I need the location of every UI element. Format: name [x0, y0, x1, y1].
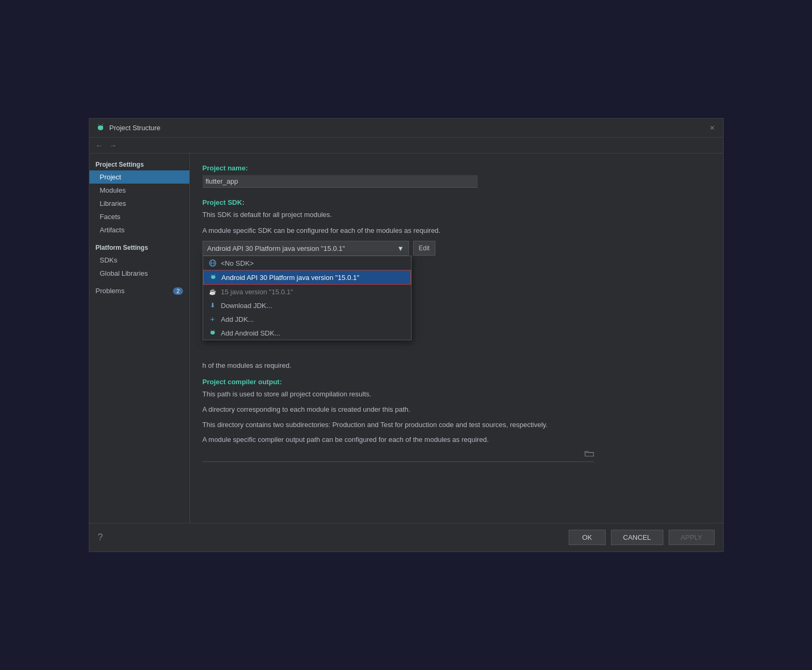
- sdk-row: Android API 30 Platform java version "15…: [203, 241, 710, 256]
- nav-bar: ← →: [89, 138, 723, 153]
- svg-line-10: [214, 274, 215, 275]
- forward-button[interactable]: →: [107, 140, 119, 151]
- sdk-selected-text: Android API 30 Platform java version "15…: [207, 245, 345, 252]
- add-android-icon: [208, 329, 217, 337]
- project-sdk-label: Project SDK:: [203, 198, 710, 206]
- sdk-dropdown-popup: <No SDK>: [203, 256, 412, 340]
- download-icon: ⬇: [208, 301, 217, 310]
- sidebar-item-facets[interactable]: Facets: [89, 210, 189, 223]
- svg-line-3: [102, 124, 103, 125]
- compiler-desc3: This directory contains two subdirectori…: [203, 420, 710, 431]
- dropdown-item-java15[interactable]: ☕ 15 java version "15.0.1": [203, 285, 411, 298]
- apply-button[interactable]: APPLY: [669, 530, 715, 545]
- compiler-desc2: A directory corresponding to each module…: [203, 404, 710, 415]
- problems-label: Problems: [96, 287, 125, 295]
- bottom-bar: ? OK CANCEL APPLY: [89, 523, 723, 551]
- sdk-dropdown[interactable]: Android API 30 Platform java version "15…: [203, 241, 409, 256]
- svg-line-9: [211, 274, 212, 275]
- edit-sdk-button[interactable]: Edit: [413, 241, 436, 256]
- dropdown-item-android-api30[interactable]: Android API 30 Platform java version "15…: [203, 270, 411, 285]
- sidebar-item-problems[interactable]: Problems 2: [89, 284, 189, 297]
- sidebar-item-artifacts[interactable]: Artifacts: [89, 223, 189, 237]
- compiler-output-section: Project compiler output: This path is us…: [203, 378, 710, 462]
- sidebar-item-project[interactable]: Project: [89, 170, 189, 184]
- help-button[interactable]: ?: [98, 532, 103, 543]
- main-content: Project name: Project SDK: This SDK is d…: [190, 153, 723, 523]
- sidebar-item-global-libraries[interactable]: Global Libraries: [89, 267, 189, 280]
- platform-settings-label: Platform Settings: [89, 241, 189, 253]
- dropdown-item-download-jdk[interactable]: ⬇ Download JDK...: [203, 298, 411, 312]
- sidebar-item-modules[interactable]: Modules: [89, 184, 189, 197]
- folder-browse-button[interactable]: [585, 450, 594, 459]
- svg-line-14: [214, 330, 214, 330]
- add-android-sdk-label: Add Android SDK...: [221, 329, 280, 337]
- no-sdk-label: <No SDK>: [221, 259, 254, 267]
- close-button[interactable]: ×: [708, 124, 717, 132]
- sdk-info-partial: h of the modules as required.: [203, 361, 710, 369]
- sidebar-divider: [89, 237, 189, 241]
- title-bar: Project Structure ×: [89, 119, 723, 138]
- download-jdk-label: Download JDK...: [221, 302, 272, 310]
- java15-label: 15 java version "15.0.1": [221, 288, 293, 296]
- sidebar: Project Settings Project Modules Librari…: [89, 153, 190, 523]
- project-settings-label: Project Settings: [89, 158, 189, 170]
- sidebar-item-sdks[interactable]: SDKs: [89, 253, 189, 267]
- dropdown-arrow-icon: ▼: [397, 245, 404, 252]
- compiler-output-label: Project compiler output:: [203, 378, 710, 386]
- android-icon: [209, 273, 217, 282]
- project-name-input[interactable]: [203, 175, 478, 188]
- problems-badge: 2: [173, 287, 183, 295]
- sidebar-divider2: [89, 280, 189, 284]
- android-api30-label: Android API 30 Platform java version "15…: [222, 274, 360, 282]
- sdk-description-line2: A module specific SDK can be configured …: [203, 225, 710, 236]
- sdk-dropdown-container: Android API 30 Platform java version "15…: [203, 241, 409, 256]
- project-structure-dialog: Project Structure × ← → Project Settings…: [89, 118, 724, 552]
- compiler-output-input[interactable]: [203, 451, 580, 459]
- android-title-icon: [96, 123, 105, 133]
- compiler-output-row: [203, 450, 594, 462]
- globe-icon: [208, 259, 217, 267]
- sdk-description-line1: This SDK is default for all project modu…: [203, 210, 710, 220]
- title-bar-left: Project Structure: [96, 123, 161, 133]
- svg-line-13: [211, 330, 211, 330]
- dialog-title: Project Structure: [110, 124, 161, 132]
- add-jdk-label: Add JDK...: [221, 315, 254, 323]
- compiler-desc1: This path is used to store all project c…: [203, 389, 710, 400]
- svg-line-2: [98, 124, 99, 125]
- back-button[interactable]: ←: [94, 140, 105, 151]
- ok-button[interactable]: OK: [569, 530, 606, 545]
- sidebar-item-libraries[interactable]: Libraries: [89, 197, 189, 210]
- dropdown-item-add-android-sdk[interactable]: Add Android SDK...: [203, 326, 411, 340]
- project-name-label: Project name:: [203, 164, 710, 172]
- java-icon: ☕: [208, 287, 217, 296]
- dropdown-item-add-jdk[interactable]: + Add JDK...: [203, 312, 411, 326]
- dropdown-item-no-sdk[interactable]: <No SDK>: [203, 256, 411, 270]
- bottom-buttons: OK CANCEL APPLY: [569, 530, 715, 545]
- cancel-button[interactable]: CANCEL: [611, 530, 663, 545]
- compiler-desc4: A module specific compiler output path c…: [203, 434, 710, 446]
- content-area: Project Settings Project Modules Librari…: [89, 153, 723, 523]
- add-jdk-icon: +: [208, 315, 217, 323]
